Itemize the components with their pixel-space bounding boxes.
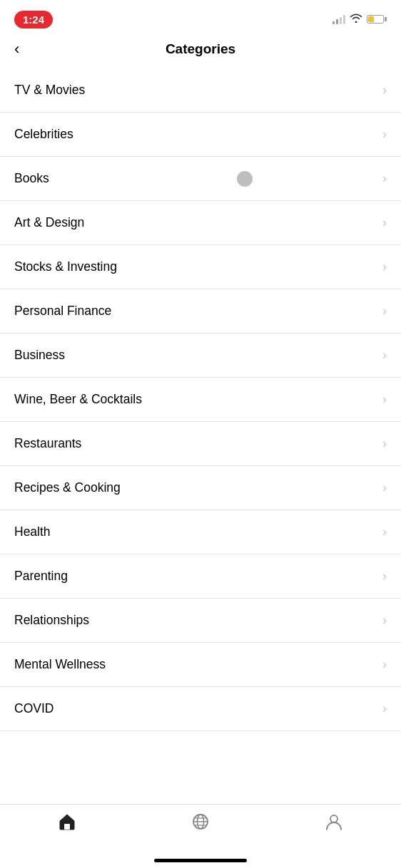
svg-point-6 [330,815,337,822]
chevron-right-icon: › [382,480,387,495]
list-item[interactable]: Personal Finance› [0,289,401,334]
category-label: Art & Design [14,215,84,230]
page-title: Categories [166,41,235,57]
touch-indicator [237,171,253,187]
chevron-right-icon: › [382,392,387,407]
page-header: ‹ Categories [0,36,401,68]
category-label: Books [14,171,49,186]
signal-icon [333,14,345,24]
signal-bar-1 [333,21,335,24]
svg-rect-0 [64,824,70,830]
battery-body [367,15,384,24]
list-item[interactable]: Recipes & Cooking› [0,466,401,510]
category-label: TV & Movies [14,83,85,98]
signal-bar-4 [343,15,345,24]
home-pill [154,859,247,862]
category-label: Relationships [14,613,89,628]
chevron-right-icon: › [382,436,387,451]
category-label: Stocks & Investing [14,259,117,274]
chevron-right-icon: › [382,657,387,672]
battery-icon [367,15,387,24]
list-item[interactable]: Stocks & Investing› [0,245,401,289]
category-label: Business [14,348,65,363]
category-label: Restaurants [14,436,81,451]
back-button[interactable]: ‹ [14,41,19,57]
list-item[interactable]: Wine, Beer & Cocktails› [0,378,401,422]
chevron-right-icon: › [382,613,387,628]
list-item[interactable]: TV & Movies› [0,68,401,113]
chevron-right-icon: › [382,525,387,539]
chevron-right-icon: › [382,215,387,230]
category-label: Wine, Beer & Cocktails [14,392,142,407]
list-item[interactable]: COVID› [0,687,401,731]
chevron-right-icon: › [382,83,387,98]
status-bar: 1:24 [0,0,401,36]
globe-icon [191,812,210,832]
list-item[interactable]: Celebrities› [0,113,401,157]
chevron-right-icon: › [382,171,387,186]
chevron-right-icon: › [382,127,387,142]
wifi-icon [350,13,362,26]
list-item[interactable]: Parenting› [0,554,401,599]
category-label: Celebrities [14,127,73,142]
chevron-right-icon: › [382,259,387,274]
category-label: Mental Wellness [14,657,106,672]
battery-tip [385,17,387,21]
chevron-right-icon: › [382,701,387,716]
category-label: COVID [14,701,54,716]
chevron-right-icon: › [382,348,387,363]
tab-profile[interactable] [268,812,400,832]
category-label: Personal Finance [14,304,111,319]
tab-home[interactable] [1,812,133,832]
list-item[interactable]: Restaurants› [0,422,401,466]
chevron-right-icon: › [382,569,387,584]
list-item[interactable]: Art & Design› [0,201,401,245]
category-label: Recipes & Cooking [14,480,121,495]
list-item[interactable]: Business› [0,334,401,378]
list-item[interactable]: Mental Wellness› [0,643,401,687]
signal-bar-3 [340,17,342,24]
tab-discover[interactable] [134,812,266,832]
signal-bar-2 [336,19,338,24]
list-item[interactable]: Relationships› [0,599,401,643]
category-label: Parenting [14,569,68,584]
category-list: TV & Movies›Celebrities›Books›Art & Desi… [0,68,401,795]
list-item[interactable]: Books› [0,157,401,201]
person-icon [324,812,344,832]
status-icons [333,13,387,26]
battery-fill [368,16,374,22]
category-label: Health [14,525,51,539]
home-icon [57,812,77,832]
chevron-right-icon: › [382,304,387,319]
status-time: 1:24 [14,11,53,29]
list-item[interactable]: Health› [0,510,401,554]
